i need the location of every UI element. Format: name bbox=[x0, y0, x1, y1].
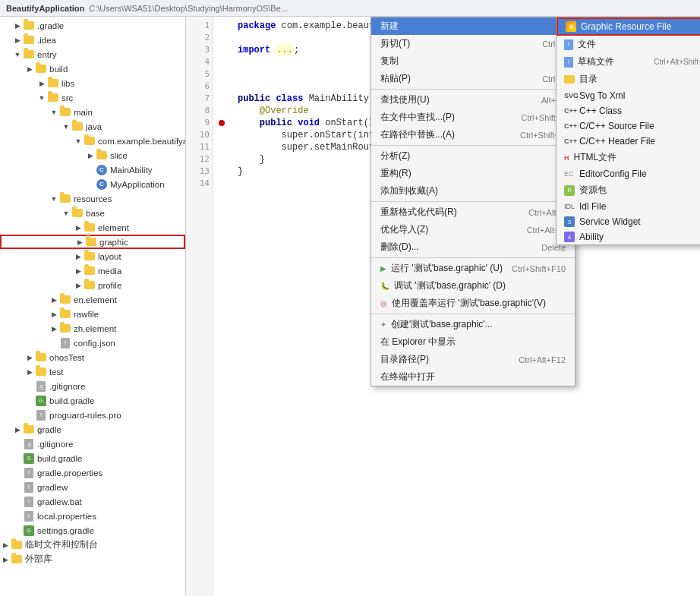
menu-item-copy[interactable]: 复制 bbox=[371, 52, 575, 70]
folder-arrow-expanded[interactable]: ▼ bbox=[73, 137, 84, 145]
submenu-item-svgtoxml[interactable]: SVGSvg To Xml bbox=[557, 88, 700, 103]
menu-item-addtofavs[interactable]: 添加到收藏(A)▶ bbox=[371, 182, 575, 200]
tree-item-rawfile[interactable]: ▶rawfile bbox=[0, 307, 185, 321]
submenu-item-cppheader[interactable]: C++C/C++ Header File bbox=[557, 134, 700, 149]
folder-arrow-collapsed[interactable]: ▶ bbox=[73, 224, 84, 232]
menu-item-replaceinpath[interactable]: 在路径中替换...(A)Ctrl+Shift+R bbox=[371, 126, 575, 143]
menu-item-analyze[interactable]: 分析(Z)▶ bbox=[371, 147, 575, 165]
submenu-item-draftfile[interactable]: f草稿文件Ctrl+Alt+Shift+Insert bbox=[557, 53, 700, 71]
menu-item-run[interactable]: ▶运行 '测试'base.graphic' (U)Ctrl+Shift+F10 bbox=[371, 260, 575, 277]
tree-item-build.gradle1[interactable]: Gbuild.gradle bbox=[0, 393, 185, 408]
submenu-new[interactable]: ▦Graphic Resource Filef文件f草稿文件Ctrl+Alt+S… bbox=[556, 17, 700, 245]
tree-item-gradlew.bat[interactable]: fgradlew.bat bbox=[0, 494, 185, 509]
folder-arrow-expanded[interactable]: ▼ bbox=[61, 123, 71, 131]
tree-item-resources[interactable]: ▼resources bbox=[0, 191, 185, 206]
submenu-item-editorconfig[interactable]: ECEditorConfig File bbox=[557, 166, 700, 181]
menu-item-refactor[interactable]: 重构(R) bbox=[371, 165, 575, 182]
tree-item-gitignore2[interactable]: .g.gitignore bbox=[0, 437, 185, 451]
tree-item-temp[interactable]: ▶临时文件和控制台 bbox=[0, 538, 185, 552]
tree-item-ohostest[interactable]: ▶ohosTest bbox=[0, 350, 185, 364]
submenu-item-graphic-resource[interactable]: ▦Graphic Resource File bbox=[557, 17, 700, 36]
tree-item-gradle2[interactable]: ▶gradle bbox=[0, 422, 185, 437]
tree-item-profile[interactable]: ▶profile bbox=[0, 278, 185, 292]
menu-item-findusages[interactable]: 查找使用(U)Alt+F7 bbox=[371, 91, 575, 109]
tree-item-en.element[interactable]: ▶en.element bbox=[0, 292, 185, 307]
menu-item-delete[interactable]: 删除(D)...Delete bbox=[371, 238, 575, 256]
folder-arrow-collapsed[interactable]: ▶ bbox=[73, 253, 84, 260]
idl-icon: IDL bbox=[564, 203, 575, 210]
folder-arrow-expanded[interactable]: ▼ bbox=[12, 51, 23, 58]
tree-item-base[interactable]: ▼base bbox=[0, 206, 185, 220]
tree-item-gitignore1[interactable]: .g.gitignore bbox=[0, 379, 185, 393]
tree-item-zh.element[interactable]: ▶zh.element bbox=[0, 321, 185, 336]
tree-item-mainability[interactable]: CMainAbility bbox=[0, 162, 185, 177]
folder-arrow-collapsed[interactable]: ▶ bbox=[85, 152, 96, 159]
folder-arrow-collapsed[interactable]: ▶ bbox=[49, 325, 59, 333]
folder-arrow-collapsed[interactable]: ▶ bbox=[24, 354, 35, 361]
tree-item-gradle[interactable]: ▶.gradle bbox=[0, 18, 185, 33]
submenu-item-servicewidget[interactable]: SService Widget▶ bbox=[557, 214, 700, 229]
tree-item-layout[interactable]: ▶layout bbox=[0, 249, 185, 263]
submenu-item-cppsource[interactable]: C++C/C++ Source File bbox=[557, 118, 700, 134]
menu-item-reformat[interactable]: 重新格式化代码(R)Ctrl+Alt+L bbox=[371, 203, 575, 221]
tree-item-external[interactable]: ▶外部库 bbox=[0, 552, 185, 566]
tree-item-idea[interactable]: ▶.idea bbox=[0, 33, 185, 47]
folder-arrow-collapsed[interactable]: ▶ bbox=[73, 267, 84, 275]
folder-arrow-collapsed[interactable]: ▶ bbox=[49, 311, 59, 318]
tree-item-pkg[interactable]: ▼com.example.beautifyapplication bbox=[0, 134, 185, 148]
submenu-item-ability[interactable]: AAbility▶ bbox=[557, 229, 700, 244]
tree-item-settings.gradle[interactable]: Gsettings.gradle bbox=[0, 523, 185, 538]
submenu-item-respackage[interactable]: R资源包 bbox=[557, 181, 700, 199]
menu-item-findinfiles[interactable]: 在文件中查找...(P)Ctrl+Shift+F bbox=[371, 109, 575, 126]
folder-arrow-collapsed[interactable]: ▶ bbox=[24, 368, 35, 376]
tree-item-element[interactable]: ▶element bbox=[0, 220, 185, 235]
folder-arrow-expanded[interactable]: ▼ bbox=[36, 94, 47, 102]
menu-item-debug[interactable]: 🐛调试 '测试'base.graphic' (D) bbox=[371, 277, 575, 295]
folder-arrow-collapsed[interactable]: ▶ bbox=[12, 36, 23, 44]
menu-item-terminal[interactable]: 在终端中打开 bbox=[371, 368, 575, 386]
menu-item-paste[interactable]: 粘贴(P)Ctrl+V bbox=[371, 70, 575, 87]
tree-item-entry[interactable]: ▼entry bbox=[0, 47, 185, 61]
tree-item-slice[interactable]: ▶slice bbox=[0, 148, 185, 162]
tree-item-myapp[interactable]: CMyApplication bbox=[0, 177, 185, 191]
folder-arrow-collapsed[interactable]: ▶ bbox=[49, 296, 59, 304]
folder-arrow-collapsed[interactable]: ▶ bbox=[12, 22, 23, 30]
menu-item-cut[interactable]: 剪切(T)Ctrl+X bbox=[371, 35, 575, 52]
menu-item-create[interactable]: ✦创建'测试'base.graphic'... bbox=[371, 316, 575, 333]
tree-item-gradle.props[interactable]: fgradle.properties bbox=[0, 465, 185, 480]
folder-arrow-collapsed[interactable]: ▶ bbox=[24, 65, 35, 73]
folder-arrow-collapsed[interactable]: ▶ bbox=[73, 282, 84, 289]
tree-item-build.gradle2[interactable]: Gbuild.gradle bbox=[0, 451, 185, 465]
folder-arrow-expanded[interactable]: ▼ bbox=[49, 195, 59, 203]
menu-item-new[interactable]: 新建▶ bbox=[371, 17, 575, 35]
submenu-item-cppclass[interactable]: C++C++ Class bbox=[557, 103, 700, 118]
folder-arrow-collapsed[interactable]: ▶ bbox=[74, 238, 85, 246]
tree-item-java[interactable]: ▼java bbox=[0, 119, 185, 134]
submenu-item-directory[interactable]: 目录 bbox=[557, 71, 700, 88]
tree-item-graphic[interactable]: ▶graphic bbox=[0, 235, 185, 249]
tree-item-gradlew[interactable]: fgradlew bbox=[0, 480, 185, 494]
submenu-item-file[interactable]: f文件 bbox=[557, 36, 700, 53]
tree-item-test[interactable]: ▶test bbox=[0, 364, 185, 379]
menu-item-optimizeimports[interactable]: 优化导入(Z)Ctrl+Alt+O bbox=[371, 221, 575, 238]
folder-arrow-collapsed[interactable]: ▶ bbox=[0, 556, 11, 563]
menu-item-showexplorer[interactable]: 在 Explorer 中显示 bbox=[371, 333, 575, 351]
folder-arrow-collapsed[interactable]: ▶ bbox=[36, 80, 47, 87]
folder-arrow-collapsed[interactable]: ▶ bbox=[12, 426, 23, 434]
menu-item-debugcoverage[interactable]: ◎使用覆盖率运行 '测试'base.graphic'(V) bbox=[371, 295, 575, 312]
tree-item-libs[interactable]: ▶libs bbox=[0, 76, 185, 90]
menu-item-dirpath[interactable]: 目录路径(P)Ctrl+Alt+F12 bbox=[371, 351, 575, 368]
tree-item-proguard[interactable]: fproguard-rules.pro bbox=[0, 408, 185, 422]
submenu-item-htmlfile[interactable]: HHTML文件 bbox=[557, 149, 700, 166]
folder-arrow-collapsed[interactable]: ▶ bbox=[0, 541, 11, 549]
context-menu[interactable]: 新建▶剪切(T)Ctrl+X复制粘贴(P)Ctrl+V查找使用(U)Alt+F7… bbox=[370, 17, 575, 386]
tree-item-build[interactable]: ▶build bbox=[0, 61, 185, 76]
tree-item-main[interactable]: ▼main bbox=[0, 105, 185, 119]
tree-item-config.json[interactable]: fconfig.json bbox=[0, 336, 185, 350]
folder-arrow-expanded[interactable]: ▼ bbox=[49, 109, 59, 116]
folder-arrow-expanded[interactable]: ▼ bbox=[61, 210, 71, 217]
tree-item-src[interactable]: ▼src bbox=[0, 90, 185, 105]
tree-item-local.props[interactable]: flocal.properties bbox=[0, 509, 185, 523]
tree-item-media[interactable]: ▶media bbox=[0, 263, 185, 278]
submenu-item-idlfile[interactable]: IDLIdl File bbox=[557, 199, 700, 214]
